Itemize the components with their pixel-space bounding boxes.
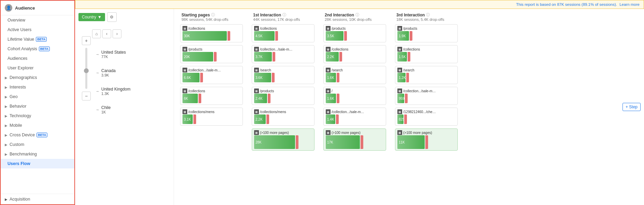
column-info-icon[interactable]: ⓘ (282, 12, 286, 17)
flow-node-3-1[interactable]: ▦ /collections 1.5K (395, 45, 458, 63)
left-controls: Country ▼ ⚙ ⌂ ‹ › + − (75, 9, 174, 205)
sidebar-item-mobile[interactable]: ▶Mobile (1, 121, 74, 130)
dropoff-bar (199, 94, 201, 103)
dropoff-bar (336, 114, 339, 124)
country-entry-chile: → Chile 1K (96, 105, 130, 114)
sidebar-item-behavior[interactable]: ▶Behavior (1, 101, 74, 111)
dropoff-bar (425, 135, 428, 149)
column-info-icon[interactable]: ⓘ (355, 12, 359, 17)
sidebar-item-custom[interactable]: ▶Custom (1, 140, 74, 149)
flow-node-1-1[interactable]: ▦ /collection.../sale-mens 3.7K (252, 45, 314, 63)
flow-node-0-2[interactable]: ▦ /collection.../sale-mens 6.6K (180, 66, 243, 84)
flow-node-2-1[interactable]: ▦ /collections 2.2K (323, 45, 386, 63)
sidebar-item-technology[interactable]: ▶Technology (1, 111, 74, 121)
column-header-1: 1st Interaction ⓘ 44K sessions, 17K drop… (252, 12, 314, 22)
country-name: United States (101, 50, 126, 55)
sidebar-item-interests[interactable]: ▶Interests (1, 82, 74, 92)
flow-node-3-0[interactable]: ▦ /products 1.9K (395, 24, 458, 42)
add-step-label: + Step (626, 105, 638, 109)
sidebar-item-users-flow[interactable]: Users Flow (1, 159, 74, 168)
flow-node-1-0[interactable]: ▦ /collections 4.5K (252, 24, 314, 42)
flow-node-2-5[interactable]: ▦ (>100 more pages) 17K (323, 128, 386, 151)
nav-next-button[interactable]: › (113, 29, 121, 38)
flow-node-0-0[interactable]: ▦ /collections 30K (180, 24, 243, 42)
sidebar-item-label: Overview (8, 18, 25, 23)
sidebar-footer-acquisition[interactable]: ▶ Acquisition (1, 194, 74, 204)
zoom-in-button[interactable]: + (82, 36, 91, 45)
dropoff-bar (193, 114, 196, 124)
column-info-icon[interactable]: ⓘ (211, 12, 215, 17)
beta-badge: BETA (39, 46, 50, 51)
flow-node-1-2[interactable]: ▦ /search 3.6K (252, 66, 314, 84)
sidebar-item-active-users[interactable]: Active Users (1, 25, 74, 35)
dropoff-bar (275, 31, 278, 41)
sidebar-item-cross-device[interactable]: ▶Cross DeviceBETA (1, 130, 74, 140)
flow-node-3-5[interactable]: ▦ (>100 more pages) 11K (395, 128, 458, 151)
sidebar-item-label: Interests (10, 85, 26, 90)
sidebar-item-lifetime-value[interactable]: Lifetime ValueBETA (1, 35, 74, 44)
node-label: (>100 more pages) (403, 131, 432, 135)
flow-node-0-1[interactable]: ▦ /products 20K (180, 45, 243, 63)
flow-node-1-3[interactable]: ▦ /products 2.4K (252, 87, 314, 105)
country-entry-canada: → Canada 3.9K (96, 68, 130, 77)
node-value: 6.6K (184, 76, 191, 80)
flow-node-0-4[interactable]: ▦ /collections/mens 3.1K (180, 108, 243, 126)
flow-node-2-3[interactable]: ▦ / 1.6K (323, 87, 386, 105)
expand-arrow-icon: ▶ (5, 95, 8, 99)
column-info-icon[interactable]: ⓘ (426, 12, 430, 17)
expand-arrow-icon: ▶ (5, 76, 8, 80)
flow-node-3-4[interactable]: ▦ /1298212460.../checkouts 825 (395, 108, 458, 126)
node-label: /products (188, 47, 202, 51)
dropoff-bar (339, 52, 342, 62)
sidebar-item-overview[interactable]: Overview (1, 15, 74, 25)
node-label: /collection.../sale-mens (403, 89, 437, 93)
sidebar-item-audiences[interactable]: Audiences (1, 54, 74, 63)
zoom-out-button[interactable]: − (82, 92, 91, 100)
dropoff-bar (266, 114, 269, 124)
sidebar-item-label: User Explorer (8, 66, 33, 70)
footer-arrow-icon: ▶ (5, 197, 8, 201)
sidebar-item-demographics[interactable]: ▶Demographics (1, 73, 74, 82)
settings-button[interactable]: ⚙ (107, 12, 117, 22)
flow-node-2-0[interactable]: ▦ /products 3.5K (323, 24, 386, 42)
country-dropdown[interactable]: Country ▼ (78, 13, 105, 21)
node-label: /collections (260, 27, 277, 30)
country-arrow-icon: → (96, 89, 99, 93)
add-step-button[interactable]: + Step (623, 103, 641, 111)
sidebar-item-cohort-analysis[interactable]: Cohort AnalysisBETA (1, 44, 74, 54)
flow-node-3-2[interactable]: ▦ /search 1.2K (395, 66, 458, 84)
dropoff-bar (344, 31, 347, 41)
flow-node-1-5[interactable]: ▦ (>100 more pages) 28K (252, 128, 314, 151)
page-icon: ▦ (182, 109, 187, 114)
column-stats: 98K sessions, 54K drop-offs (181, 17, 241, 22)
page-icon: ▦ (397, 47, 402, 52)
sidebar-item-geo[interactable]: ▶Geo (1, 92, 74, 101)
node-value: 6K (184, 97, 188, 100)
page-icon: ▦ (326, 130, 331, 135)
page-icon: ▦ (326, 88, 331, 93)
learn-more-link[interactable]: Learn more (619, 2, 640, 6)
sidebar-item-benchmarking[interactable]: ▶Benchmarking (1, 149, 74, 159)
page-icon: ▦ (326, 47, 331, 52)
country-value: 77K (101, 55, 126, 59)
column-header-0: Starting pages ⓘ 98K sessions, 54K drop-… (180, 12, 243, 22)
flow-node-2-4[interactable]: ▦ /collection.../sale-mens 1.4K (323, 108, 386, 126)
node-label: /collection.../sale-mens (332, 110, 366, 114)
node-label: /collections (188, 89, 205, 93)
flow-node-1-4[interactable]: ▦ /collections/mens 2.2K (252, 108, 314, 126)
nav-home-button[interactable]: ⌂ (92, 29, 101, 38)
country-arrow-icon: → (96, 52, 99, 56)
beta-badge: BETA (36, 37, 47, 42)
flow-node-2-2[interactable]: ▦ /search 1.6K (323, 66, 386, 84)
sidebar-item-user-explorer[interactable]: User Explorer (1, 63, 74, 73)
zoom-slider-thumb[interactable] (84, 68, 89, 73)
column-stats: 18K sessions, 5.4K drop-offs (396, 17, 456, 22)
node-value: 1.4K (327, 118, 334, 121)
dropoff-bar (405, 94, 408, 103)
flow-node-3-3[interactable]: ▦ /collection.../sale-mens 959 (395, 87, 458, 105)
flow-node-0-3[interactable]: ▦ /collections 6K (180, 87, 243, 105)
node-label: / (332, 89, 333, 93)
nav-prev-button[interactable]: ‹ (102, 29, 111, 38)
info-bar: This report is based on 87K sessions (89… (75, 0, 644, 9)
countries-list: → United States 77K → Canada 3.9K → Unit… (96, 50, 130, 114)
